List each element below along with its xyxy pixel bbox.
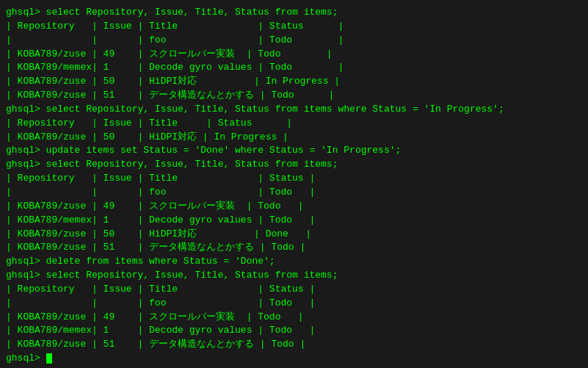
row3b: | KOBA789/zuse | 49 | スクロールバー実装 | Todo | (6, 200, 582, 214)
row3d: | KOBA789/zuse | 50 | HiDPI対応 | Done | (6, 228, 582, 242)
row4c: | KOBA789/memex| 1 | Decode gyro values … (6, 324, 582, 338)
row3a: | | | foo | Todo | (6, 186, 582, 200)
cmd4: ghsql> select Repository, Issue, Title, … (6, 158, 582, 172)
cmd2: ghsql> select Repository, Issue, Title, … (6, 103, 582, 117)
row4b: | KOBA789/zuse | 49 | スクロールバー実装 | Todo | (6, 311, 582, 325)
row4a: | | | foo | Todo | (6, 297, 582, 311)
cmd1: ghsql> select Repository, Issue, Title, … (6, 6, 582, 20)
row4d: | KOBA789/zuse | 51 | データ構造なんとかする | Todo… (6, 338, 582, 352)
hdr3: | Repository | Issue | Title | Status | (6, 172, 582, 186)
row1e: | KOBA789/zuse | 51 | データ構造なんとかする | Todo… (6, 89, 582, 103)
hdr1: | Repository | Issue | Title | Status | (6, 20, 582, 34)
prompt: ghsql> (6, 352, 582, 366)
row1c: | KOBA789/memex| 1 | Decode gyro values … (6, 61, 582, 75)
cmd5: ghsql> delete from items where Status = … (6, 255, 582, 269)
row3c: | KOBA789/memex| 1 | Decode gyro values … (6, 214, 582, 228)
row1a: | | | foo | Todo | (6, 34, 582, 48)
terminal: ghsql> select Repository, Issue, Title, … (6, 6, 582, 366)
row1b: | KOBA789/zuse | 49 | スクロールバー実装 | Todo | (6, 48, 582, 62)
hdr2: | Repository | Issue | Title | Status | (6, 117, 582, 131)
cursor[interactable] (46, 353, 52, 364)
row3e: | KOBA789/zuse | 51 | データ構造なんとかする | Todo… (6, 241, 582, 255)
row2a: | KOBA789/zuse | 50 | HiDPI対応 | In Progr… (6, 131, 582, 145)
cmd3: ghsql> update items set Status = 'Done' … (6, 144, 582, 158)
cmd6: ghsql> select Repository, Issue, Title, … (6, 269, 582, 283)
hdr4: | Repository | Issue | Title | Status | (6, 283, 582, 297)
row1d: | KOBA789/zuse | 50 | HiDPI対応 | In Progr… (6, 75, 582, 89)
